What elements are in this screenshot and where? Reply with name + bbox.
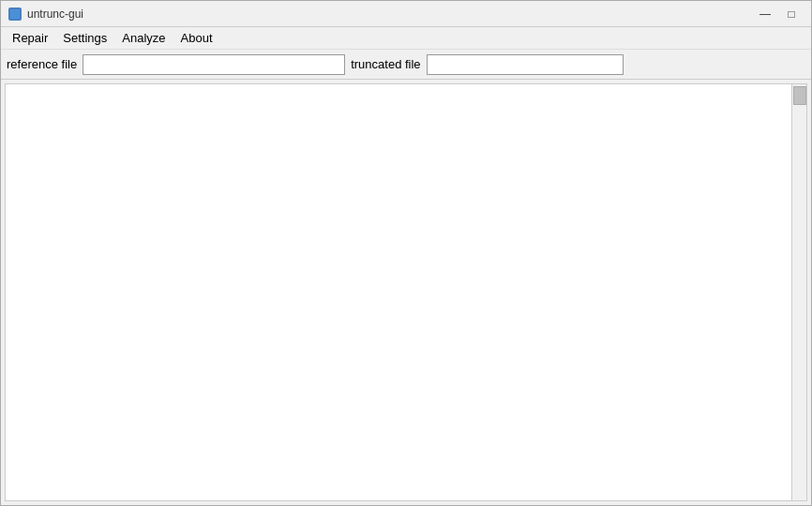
menu-repair[interactable]: Repair xyxy=(5,29,55,47)
scrollbar-thumb[interactable] xyxy=(793,86,806,105)
main-window: untrunc-gui — □ Repair Settings Analyze … xyxy=(0,0,812,506)
toolbar: reference file truncated file xyxy=(1,50,811,80)
menu-about[interactable]: About xyxy=(173,29,220,47)
truncated-file-label: truncated file xyxy=(351,57,420,71)
svg-rect-0 xyxy=(10,9,20,19)
content-area xyxy=(5,83,807,501)
maximize-button[interactable]: □ xyxy=(779,6,804,22)
title-bar-controls: — □ xyxy=(753,6,804,22)
window-title: untrunc-gui xyxy=(27,7,83,21)
minimize-button[interactable]: — xyxy=(753,6,777,22)
reference-file-label: reference file xyxy=(7,57,77,71)
title-bar: untrunc-gui — □ xyxy=(1,1,811,27)
menu-settings[interactable]: Settings xyxy=(55,29,114,47)
menu-bar: Repair Settings Analyze About xyxy=(1,27,811,50)
title-bar-left: untrunc-gui xyxy=(8,7,83,21)
truncated-file-input[interactable] xyxy=(427,54,624,75)
app-icon xyxy=(8,7,22,21)
menu-analyze[interactable]: Analyze xyxy=(114,29,173,47)
scrollbar-vertical[interactable] xyxy=(791,84,806,500)
reference-file-input[interactable] xyxy=(83,54,345,75)
